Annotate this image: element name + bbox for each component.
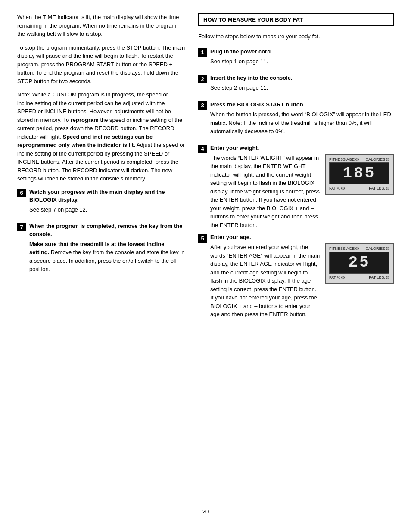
lcd4-bottom-right-label: FAT LBS. bbox=[369, 186, 385, 190]
right-step-4: 4 Enter your weight. The words “ENTER WE… bbox=[198, 144, 394, 230]
right-step-2-body: See step 2 on page 11. bbox=[210, 84, 394, 92]
left-para3-bold: reprogram bbox=[71, 117, 99, 123]
right-step-3-title: Press the BIOLOGIX START button. bbox=[210, 101, 394, 109]
left-para2: To stop the program momentarily, press t… bbox=[17, 44, 185, 86]
lcd5-bottom-right-circle bbox=[386, 276, 389, 279]
right-step-5: 5 Enter your age. After you have entered… bbox=[198, 233, 394, 319]
lcd5-bottom-right: FAT LBS. bbox=[369, 275, 389, 280]
lcd5-bottom-left: FAT % bbox=[329, 275, 345, 280]
follow-text: Follow the steps below to measure your b… bbox=[198, 32, 394, 41]
left-para3: Note: While a CUSTOM program is in progr… bbox=[17, 90, 185, 183]
right-step-3-content: Press the BIOLOGIX START button. When th… bbox=[210, 101, 394, 141]
right-step-1: 1 Plug in the power cord. See step 1 on … bbox=[198, 48, 394, 71]
right-step-5-body-inner: After you have entered your weight, the … bbox=[210, 243, 394, 319]
right-step-2: 2 Insert the key into the console. See s… bbox=[198, 74, 394, 97]
lcd4-bottom-left-circle bbox=[341, 187, 345, 190]
lcd4-top-right-label: CALORIES bbox=[365, 157, 385, 162]
right-step-5-content: Enter your age. After you have entered y… bbox=[210, 233, 394, 319]
lcd4-top-right: CALORIES bbox=[365, 157, 389, 162]
lcd5-top-right-label: CALORIES bbox=[365, 246, 385, 251]
right-step-2-title: Insert the key into the console. bbox=[210, 74, 394, 82]
lcd4-top-left-circle bbox=[355, 158, 359, 161]
lcd5-bottom-row: FAT % FAT LBS. bbox=[329, 275, 389, 280]
lcd4-top-left: FITNESS AGE bbox=[329, 157, 359, 162]
lcd5-top-right-circle bbox=[386, 247, 389, 250]
right-step-2-number: 2 bbox=[198, 75, 207, 83]
right-step-3-body: When the button is pressed, the word “BI… bbox=[210, 110, 394, 136]
page: When the TIME indicator is lit, the main… bbox=[0, 0, 411, 532]
right-step-4-display: FITNESS AGE CALORIES 185 bbox=[325, 154, 394, 195]
lcd5-top-left-circle bbox=[355, 247, 359, 250]
right-step-5-text: After you have entered your weight, the … bbox=[210, 243, 321, 319]
lcd4-bottom-left-label: FAT % bbox=[329, 186, 340, 190]
step-6-content: Watch your progress with the main displa… bbox=[29, 188, 185, 219]
right-step-4-content: Enter your weight. The words “ENTER WEIG… bbox=[210, 144, 394, 230]
lcd4-bottom-left: FAT % bbox=[329, 186, 345, 190]
lcd4-bottom-right-circle bbox=[386, 187, 389, 190]
right-step-1-content: Plug in the power cord. See step 1 on pa… bbox=[210, 48, 394, 71]
right-step-1-body: See step 1 on page 11. bbox=[210, 57, 394, 66]
lcd4-bottom-row: FAT % FAT LBS. bbox=[329, 186, 389, 190]
left-column: When the TIME indicator is lit, the main… bbox=[17, 13, 185, 500]
step-7-title: When the program is completed, remove th… bbox=[29, 222, 185, 238]
right-step-4-text: The words “ENTER WEIGHT” will appear in … bbox=[210, 154, 321, 230]
lcd5-screen: 25 bbox=[329, 252, 389, 274]
lcd5-bottom-left-label: FAT % bbox=[329, 275, 340, 280]
lcd4-screen: 185 bbox=[329, 162, 389, 184]
lcd5-top-left: FITNESS AGE bbox=[329, 246, 359, 251]
lcd5-top-right: CALORIES bbox=[365, 246, 389, 251]
right-step-4-title: Enter your weight. bbox=[210, 144, 394, 152]
lcd4-top-row: FITNESS AGE CALORIES bbox=[329, 157, 389, 162]
right-step-5-number: 5 bbox=[198, 234, 207, 243]
right-step-3-number: 3 bbox=[198, 101, 207, 110]
right-step-5-display: FITNESS AGE CALORIES 25 bbox=[325, 243, 394, 284]
right-step-5-post: the current age setting will begin to fl… bbox=[210, 269, 317, 318]
right-step-4-body-inner: The words “ENTER WEIGHT” will appear in … bbox=[210, 154, 394, 230]
lcd4-top-right-circle bbox=[386, 158, 389, 161]
right-step-4-post: begin to flash in the BIOLOGIX display. … bbox=[210, 180, 320, 228]
step-7-number: 7 bbox=[17, 223, 26, 231]
left-step-7: 7 When the program is completed, remove … bbox=[17, 222, 185, 278]
lcd4-top-left-label: FITNESS AGE bbox=[329, 157, 355, 162]
section-title: HOW TO MEASURE YOUR BODY FAT bbox=[203, 16, 303, 23]
right-step-1-number: 1 bbox=[198, 48, 207, 57]
lcd5-bottom-right-label: FAT LBS. bbox=[369, 275, 385, 280]
right-step-1-title: Plug in the power cord. bbox=[210, 48, 394, 56]
lcd5-top-row: FITNESS AGE CALORIES bbox=[329, 246, 389, 251]
step-7-body: Make sure that the treadmill is at the l… bbox=[29, 240, 185, 274]
right-step-4-number: 4 bbox=[198, 145, 207, 153]
main-columns: When the TIME indicator is lit, the main… bbox=[17, 13, 394, 500]
right-step-5-title: Enter your age. bbox=[210, 233, 394, 241]
right-step-2-content: Insert the key into the console. See ste… bbox=[210, 74, 394, 97]
step-7-content: When the program is completed, remove th… bbox=[29, 222, 185, 278]
step-6-title: Watch your progress with the main displa… bbox=[29, 188, 185, 204]
left-para1: When the TIME indicator is lit, the main… bbox=[17, 13, 185, 38]
left-step-6: 6 Watch your progress with the main disp… bbox=[17, 188, 185, 219]
step-7-body: Remove the key from the console and stor… bbox=[29, 249, 185, 272]
step-6-body: See step 7 on page 12. bbox=[29, 205, 185, 214]
lcd5-top-left-label: FITNESS AGE bbox=[329, 246, 355, 251]
lcd4-bottom-right: FAT LBS. bbox=[369, 186, 389, 190]
right-step-3: 3 Press the BIOLOGIX START button. When … bbox=[198, 101, 394, 141]
section-header-box: HOW TO MEASURE YOUR BODY FAT bbox=[198, 13, 394, 26]
page-number: 20 bbox=[17, 508, 394, 515]
lcd5-bottom-left-circle bbox=[341, 276, 345, 279]
right-column: HOW TO MEASURE YOUR BODY FAT Follow the … bbox=[198, 13, 394, 500]
step-6-number: 6 bbox=[17, 189, 26, 197]
